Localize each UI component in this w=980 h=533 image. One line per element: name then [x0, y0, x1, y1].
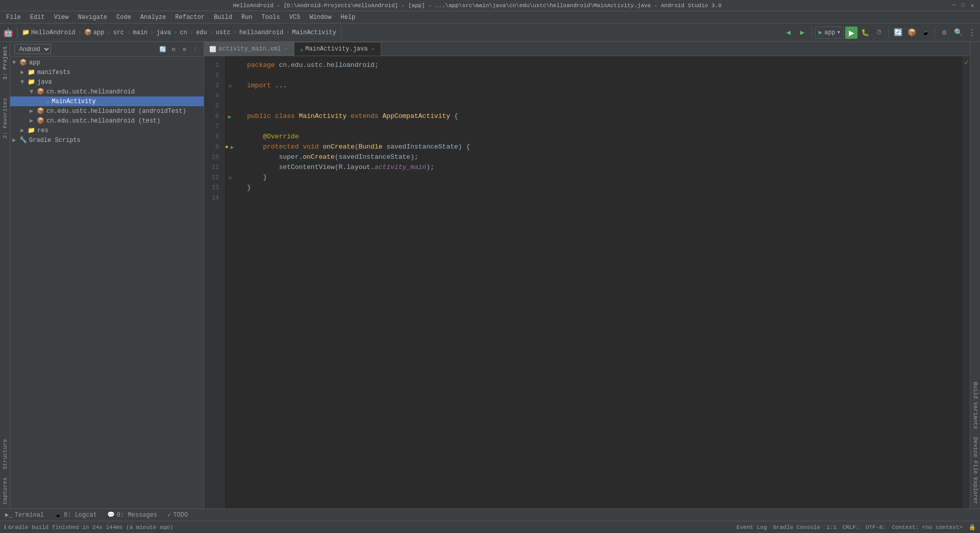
vtab-build-variants[interactable]: Build Variants: [971, 378, 980, 433]
gradle-console-btn[interactable]: Gradle Console: [773, 524, 820, 530]
minimize-button[interactable]: ─: [950, 2, 958, 9]
tab-close-java[interactable]: ✕: [370, 46, 376, 52]
menu-vcs[interactable]: VCS: [285, 13, 305, 22]
tab-close-xml[interactable]: ✕: [283, 46, 289, 52]
bookmark-icon-9: ●: [225, 144, 229, 150]
code-line-6: public class MainActivity extends AppCom…: [247, 111, 963, 122]
project-view-dropdown[interactable]: Android Project: [14, 44, 51, 54]
tree-item-pkg-main[interactable]: ▼ 📦 cn.edu.ustc.helloandroid: [10, 87, 204, 96]
run-button[interactable]: ▶: [845, 27, 857, 39]
menu-help[interactable]: Help: [336, 13, 359, 22]
tree-item-res[interactable]: ▶ 📁 res: [10, 126, 204, 135]
breadcrumb-cn[interactable]: cn: [178, 28, 189, 37]
project-more-btn[interactable]: ⋮: [190, 44, 200, 54]
gutter-1: [225, 60, 235, 70]
menu-tools[interactable]: Tools: [258, 13, 284, 22]
code-line-13: }: [247, 183, 963, 193]
tree-item-java[interactable]: ▼ 📁 java: [10, 77, 204, 87]
cursor-position: 1:1: [826, 524, 837, 530]
sync-btn[interactable]: 🔄: [892, 27, 904, 39]
breadcrumb-ustc[interactable]: ustc: [214, 28, 233, 37]
tree-item-gradle-scripts[interactable]: ▶ 🔧 Gradle Scripts: [10, 135, 204, 145]
menu-view[interactable]: View: [50, 13, 73, 22]
code-line-2: [247, 70, 963, 81]
tab-mainactivity-java[interactable]: ☕ MainActivity.java ✕: [295, 42, 381, 56]
gutter-6-run[interactable]: ▶: [225, 111, 235, 122]
run-config-dropdown[interactable]: ▶ app ▼: [815, 27, 844, 39]
bottom-tab-messages[interactable]: 💬 0: Messages: [102, 509, 162, 521]
menu-edit[interactable]: Edit: [26, 13, 49, 22]
breadcrumb-edu[interactable]: edu: [194, 28, 209, 37]
breadcrumb-main[interactable]: main: [131, 28, 150, 37]
code-line-3: import ...: [247, 81, 963, 91]
gutter-column: ◁ ▶ ● ▶ ◁: [225, 56, 239, 508]
menu-navigate[interactable]: Navigate: [74, 13, 111, 22]
module-icon: 📦: [84, 29, 92, 36]
event-log-btn[interactable]: Event Log: [737, 524, 767, 530]
run-gutter-icon-9[interactable]: ▶: [231, 144, 234, 151]
gutter-7: [225, 122, 235, 132]
bottom-tab-todo[interactable]: ✓ TODO: [162, 509, 193, 521]
vtab-structure[interactable]: Structure: [1, 435, 10, 473]
back-btn[interactable]: ◀: [782, 27, 795, 39]
avd-manager-btn[interactable]: 📱: [919, 27, 932, 39]
close-button[interactable]: ✕: [969, 2, 976, 9]
gutter-12-fold[interactable]: ◁: [225, 173, 235, 183]
line-separator[interactable]: CRLF:: [843, 524, 860, 530]
vtab-project[interactable]: 1: Project: [1, 42, 10, 84]
main-content: 1: Project 2: Favorites Structure Captur…: [0, 42, 980, 508]
project-settings-btn[interactable]: ⚙: [180, 44, 189, 54]
window-controls: ─ □ ✕: [950, 2, 976, 9]
project-header-icons: 🔄 ⊟ ⚙ ⋮: [158, 44, 200, 54]
tab-activity-xml[interactable]: ⬜ activity_main.xml ✕: [204, 42, 295, 56]
profile-button[interactable]: ⏱: [873, 27, 885, 39]
menu-build[interactable]: Build: [210, 13, 236, 22]
xml-tab-icon: ⬜: [209, 46, 216, 53]
breadcrumb-helloandroid-pkg[interactable]: helloandroid: [237, 28, 285, 37]
vtab-device-file-explorer[interactable]: Device File Explorer: [971, 433, 980, 508]
toolbar: 🤖 📁 HelloAndroid › 📦 app › src › main › …: [0, 23, 980, 42]
toolbar-sep-4: [888, 27, 889, 39]
toolbar-breadcrumb: 📁 HelloAndroid › 📦 app › src › main › ja…: [20, 28, 338, 37]
more-btn[interactable]: ⋮: [966, 27, 978, 39]
breadcrumb-java[interactable]: java: [154, 28, 173, 37]
editor-tabs: ⬜ activity_main.xml ✕ ☕ MainActivity.jav…: [204, 42, 970, 56]
run-gutter-icon-6[interactable]: ▶: [228, 113, 232, 120]
collapse-all-btn[interactable]: ⊟: [169, 44, 178, 54]
messages-icon: 💬: [107, 511, 115, 519]
maximize-button[interactable]: □: [960, 2, 967, 9]
sync-project-btn[interactable]: 🔄: [158, 44, 167, 54]
sdk-manager-btn[interactable]: 📦: [905, 27, 918, 39]
breadcrumb-app[interactable]: 📦 app: [82, 28, 107, 37]
bottom-tab-terminal[interactable]: ▶_ Terminal: [0, 509, 49, 521]
menu-run[interactable]: Run: [237, 13, 257, 22]
code-line-12: }: [247, 173, 963, 183]
menu-window[interactable]: Window: [305, 13, 335, 22]
tree-item-pkg-test[interactable]: ▶ 📦 cn.edu.ustc.helloandroid (test): [10, 116, 204, 126]
context-label: Context: <no context>: [892, 524, 963, 530]
toolbar-sep-2: [341, 27, 341, 39]
menu-analyze[interactable]: Analyze: [136, 13, 170, 22]
menu-code[interactable]: Code: [112, 13, 135, 22]
breadcrumb-helloandroid[interactable]: 📁 HelloAndroid: [20, 28, 77, 37]
code-editor[interactable]: package cn.edu.ustc.helloandroid; import…: [239, 56, 963, 508]
tree-item-manifests[interactable]: ▶ 📁 manifests: [10, 67, 204, 77]
settings-btn[interactable]: ⚙: [938, 27, 950, 39]
encoding[interactable]: UTF-8:: [866, 524, 886, 530]
gutter-9-run[interactable]: ● ▶: [225, 142, 235, 152]
vtab-captures[interactable]: Captures: [1, 473, 10, 508]
search-btn[interactable]: 🔍: [952, 27, 964, 39]
toolbar-sep-3: [812, 27, 812, 39]
breadcrumb-mainactivity[interactable]: MainActivity: [290, 28, 338, 37]
gutter-3-fold[interactable]: ◁: [225, 81, 235, 91]
menu-refactor[interactable]: Refactor: [171, 13, 209, 22]
bottom-tab-logcat[interactable]: 📱 6: Logcat: [49, 509, 102, 521]
tree-item-app[interactable]: ▼ 📦 app: [10, 58, 204, 67]
debug-button[interactable]: 🐛: [859, 27, 871, 39]
tree-item-mainactivity[interactable]: ☕ MainActivity: [10, 96, 204, 106]
forward-btn[interactable]: ▶: [796, 27, 808, 39]
menu-file[interactable]: File: [2, 13, 25, 22]
vtab-favorites[interactable]: 2: Favorites: [1, 94, 10, 142]
breadcrumb-src[interactable]: src: [111, 28, 126, 37]
tree-item-pkg-androidtest[interactable]: ▶ 📦 cn.edu.ustc.helloandroid (androidTes…: [10, 106, 204, 116]
